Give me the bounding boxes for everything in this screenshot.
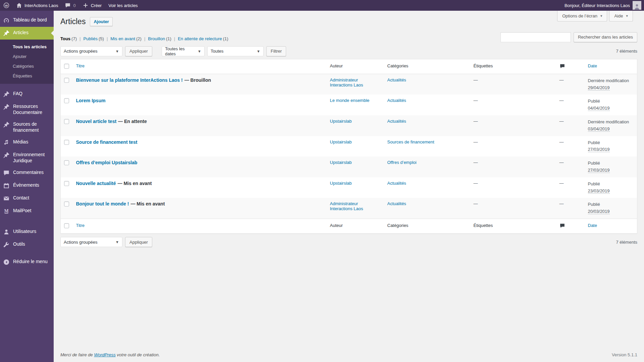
table-row: Bonjour tout le monde !— Mis en avant Ad… <box>61 198 637 219</box>
sidebar-item-commentaires[interactable]: Commentaires <box>0 167 54 179</box>
post-title-link[interactable]: Source de financement test <box>76 139 138 145</box>
comments-value: — <box>559 181 564 186</box>
screen-options-button[interactable]: Options de l’écran <box>557 11 607 21</box>
select-row-checkbox[interactable] <box>64 78 69 83</box>
sidebar-label-mailpoet: MailPoet <box>13 208 31 214</box>
category-link[interactable]: Sources de financement <box>387 139 434 144</box>
post-state: — En attente <box>118 119 147 124</box>
tablenav-bottom: Actions groupées▼ Appliquer 7 éléments <box>60 237 637 247</box>
sidebar-item-faq[interactable]: FAQ <box>0 88 54 101</box>
submenu-tags[interactable]: Étiquettes <box>0 71 54 81</box>
category-link[interactable]: Actualités <box>387 181 406 186</box>
sidebar-item-contact[interactable]: Contact <box>0 192 54 205</box>
select-all-checkbox[interactable] <box>64 223 69 228</box>
submenu-all-articles[interactable]: Tous les articles <box>0 42 54 52</box>
search-input[interactable] <box>500 32 571 42</box>
bulk-actions-select[interactable]: Actions groupées▼ <box>60 46 122 56</box>
view-draft[interactable]: Brouillon(1) <box>142 36 171 41</box>
collapse-menu-button[interactable]: Réduire le menu <box>0 256 54 268</box>
sidebar-label-tools: Outils <box>13 241 25 247</box>
sidebar-item-articles[interactable]: Articles <box>0 27 54 40</box>
select-row-checkbox[interactable] <box>64 181 69 186</box>
author-link[interactable]: Upstairslab <box>330 181 352 186</box>
view-posts-link[interactable]: Voir les articles <box>105 0 141 11</box>
apply-button[interactable]: Appliquer <box>125 46 152 56</box>
view-published-link[interactable]: Publiés <box>83 36 98 41</box>
sidebar-item-medias[interactable]: Médias <box>0 136 54 149</box>
author-link[interactable]: Upstairslab <box>330 160 352 165</box>
view-published[interactable]: Publiés(5) <box>77 36 104 41</box>
view-sticky-link[interactable]: Mis en avant <box>110 36 135 41</box>
sidebar-item-mailpoet[interactable]: M MailPoet <box>0 205 54 218</box>
sort-by-title[interactable]: Titre <box>76 223 85 228</box>
select-row-checkbox[interactable] <box>64 160 69 165</box>
table-row: Lorem Ipsum Le monde ensemble Actualités… <box>61 95 637 115</box>
admin-footer: Merci de faire de WordPress votre outil … <box>54 347 644 362</box>
help-button[interactable]: Aide <box>609 11 633 21</box>
author-link[interactable]: Administrateur Interactions Laos <box>330 77 363 87</box>
select-row-checkbox[interactable] <box>64 140 69 145</box>
category-filter-select[interactable]: Toutes▼ <box>207 46 264 56</box>
date-value: 27/03/2019 <box>588 147 610 152</box>
sidebar-item-evenements[interactable]: Évènements <box>0 179 54 192</box>
sidebar-item-environnement-juridique[interactable]: Environnement Juridique <box>0 149 54 167</box>
new-content-menu[interactable]: Créer <box>79 0 105 11</box>
site-name-menu[interactable]: InterActions Laos <box>13 0 61 11</box>
comments-value: — <box>559 77 564 82</box>
dates-filter-select[interactable]: Toutes les dates▼ <box>162 46 205 56</box>
post-title-link[interactable]: Lorem Ipsum <box>76 98 106 103</box>
post-title-link[interactable]: Bonjour tout le monde ! <box>76 201 129 206</box>
view-draft-link[interactable]: Brouillon <box>148 36 165 41</box>
view-pending[interactable]: En attente de relecture(1) <box>171 36 228 41</box>
select-row-checkbox[interactable] <box>64 119 69 124</box>
view-pending-count: (1) <box>223 36 228 41</box>
apply-button-bottom[interactable]: Appliquer <box>125 237 152 247</box>
wordpress-logo-menu[interactable]: W <box>0 0 13 11</box>
comments-value: — <box>559 139 564 144</box>
sidebar-label-events: Évènements <box>13 182 39 188</box>
sidebar-item-utilisateurs[interactable]: Utilisateurs <box>0 226 54 238</box>
post-title-link[interactable]: Nouvel article test <box>76 119 117 124</box>
author-link[interactable]: Upstairslab <box>330 119 352 124</box>
select-row-checkbox[interactable] <box>64 201 69 206</box>
view-all-link[interactable]: Tous <box>60 36 70 41</box>
tablenav-top: Actions groupées▼ Appliquer Toutes les d… <box>60 46 637 56</box>
post-title-link[interactable]: Offres d’emploi Upstairslab <box>76 160 138 165</box>
author-link[interactable]: Upstairslab <box>330 139 352 144</box>
filter-button[interactable]: Filtrer <box>266 46 286 56</box>
version-text: Version 5.1.1 <box>612 352 637 357</box>
category-link[interactable]: Actualités <box>387 201 406 206</box>
account-menu[interactable]: Bonjour, Éditeur Interactions Laos <box>565 1 644 10</box>
pushpin-icon <box>3 91 10 98</box>
add-article-button[interactable]: Ajouter <box>90 17 113 26</box>
submenu-add-article[interactable]: Ajouter <box>0 52 54 61</box>
view-draft-count: (1) <box>166 36 171 41</box>
category-link[interactable]: Actualités <box>387 77 406 82</box>
sidebar-item-ressources-documentaire[interactable]: Ressources Documentaire <box>0 101 54 118</box>
post-title-link[interactable]: Nouvelle actualité <box>76 181 116 186</box>
post-title-link[interactable]: Bienvenue sur la plateforme InterActions… <box>76 77 183 83</box>
post-state: — Mis en avant <box>130 201 165 206</box>
footer-thanks: Merci de faire de WordPress votre outil … <box>60 352 160 357</box>
sort-by-title[interactable]: Titre <box>76 63 85 68</box>
submenu-categories[interactable]: Catégories <box>0 61 54 71</box>
search-button[interactable]: Rechercher dans les articles <box>574 32 637 42</box>
select-all-checkbox[interactable] <box>64 64 69 69</box>
sidebar-item-outils[interactable]: Outils <box>0 238 54 251</box>
sidebar-item-dashboard[interactable]: Tableau de bord <box>0 14 54 27</box>
author-link[interactable]: Le monde ensemble <box>330 98 370 103</box>
view-sticky[interactable]: Mis en avant(2) <box>104 36 142 41</box>
author-link[interactable]: Administrateur Interactions Laos <box>330 201 363 211</box>
bulk-actions-select-bottom[interactable]: Actions groupées▼ <box>60 237 122 247</box>
view-all[interactable]: Tous(7) <box>60 36 77 41</box>
category-link[interactable]: Actualités <box>387 119 406 124</box>
sidebar-item-sources-financement[interactable]: Sources de financement <box>0 118 54 136</box>
sort-by-date[interactable]: Date <box>588 223 597 228</box>
comments-menu[interactable]: 0 <box>61 0 79 11</box>
category-link[interactable]: Actualités <box>387 98 406 103</box>
select-row-checkbox[interactable] <box>64 98 69 103</box>
category-link[interactable]: Offres d’emploi <box>387 160 417 165</box>
sort-by-date[interactable]: Date <box>588 63 597 68</box>
view-pending-link[interactable]: En attente de relecture <box>178 36 222 41</box>
wordpress-link[interactable]: WordPress <box>94 352 115 357</box>
